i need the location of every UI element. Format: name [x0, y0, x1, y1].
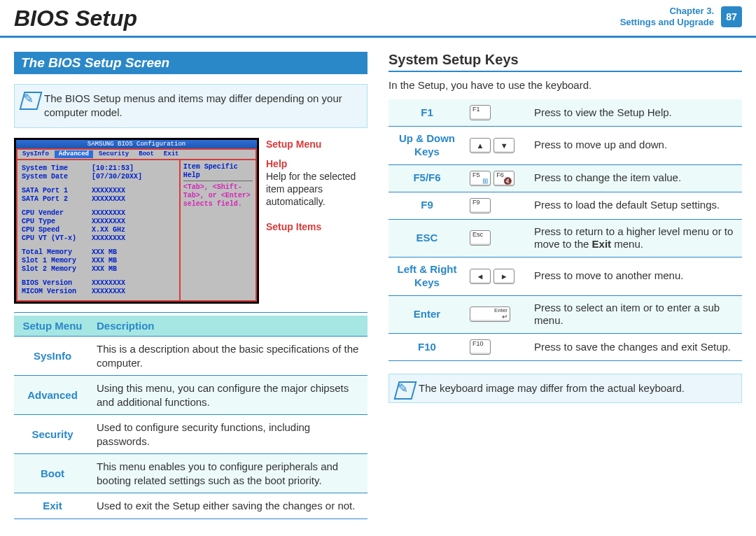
callout-setup-items: Setup Items [266, 221, 321, 232]
table-row: EnterEnter↵Press to select an item or to… [388, 295, 742, 334]
bios-titlebar: SAMSUNG BIOS Configuration [16, 140, 257, 149]
menu-name: Exit [14, 493, 91, 519]
key-icon-cell: Enter↵ [465, 295, 530, 334]
table-row: Up & DownKeys▲ ▼Press to move up and dow… [388, 127, 742, 165]
key-icon-cell: Esc [465, 219, 530, 258]
menu-name: Boot [14, 454, 91, 493]
bios-tab: Boot [134, 150, 158, 158]
bios-tab: SysInfo [18, 150, 53, 158]
bios-row: System Time[10:21:53] [22, 164, 175, 173]
keycap-icon: F1 [470, 105, 491, 120]
key-name: F5/F6 [388, 164, 465, 192]
chapter-line-1: Chapter 3. [620, 6, 714, 17]
menu-description: Used to exit the Setup either saving the… [91, 493, 368, 519]
key-name: F1 [388, 99, 465, 127]
info-note-text: The BIOS Setup menus and items may diffe… [44, 92, 342, 118]
keycap-icon: F9 [470, 198, 491, 213]
bios-row: CPU VT (VT-x)XXXXXXXX [22, 234, 175, 243]
keycap-icon: F6🔇 [493, 171, 514, 186]
bios-help-header: Item Specific Help [183, 163, 253, 181]
bios-tab: Security [94, 150, 133, 158]
keycap-icon: ▲ [470, 138, 491, 153]
bios-callouts: Setup Menu Help Help for the selected it… [266, 138, 368, 304]
table-row: F10F10Press to save the changes and exit… [388, 334, 742, 361]
callout-help-desc: Help for the selected item appears autom… [266, 170, 368, 209]
keycap-icon: ◄ [470, 269, 491, 284]
setup-menu-table: Setup Menu Description SysInfoThis is a … [14, 316, 368, 519]
chapter-label: Chapter 3. Settings and Upgrade [620, 6, 714, 27]
bios-window: SAMSUNG BIOS Configuration SysInfoAdvanc… [14, 138, 259, 304]
bios-screenshot-area: SAMSUNG BIOS Configuration SysInfoAdvanc… [14, 138, 368, 304]
page-number-badge: 87 [721, 6, 742, 27]
menu-name: Advanced [14, 376, 91, 415]
keyboard-note: The keyboard image may differ from the a… [388, 374, 742, 403]
page-title: BIOS Setup [14, 6, 137, 31]
key-name: ESC [388, 219, 465, 258]
keycap-icon: ► [493, 269, 514, 284]
key-icon-cell: ◄ ► [465, 258, 530, 296]
table-row: ExitUsed to exit the Setup either saving… [14, 493, 368, 519]
menu-description: Using this menu, you can configure the m… [91, 376, 368, 415]
table-row: F5/F6F5⊞ F6🔇Press to change the item val… [388, 164, 742, 192]
col-description: Description [91, 316, 368, 337]
col-setup-menu: Setup Menu [14, 316, 91, 337]
keycap-icon: F10 [470, 339, 491, 355]
right-column: System Setup Keys In the Setup, you have… [388, 52, 742, 519]
key-name: Enter [388, 295, 465, 334]
key-icon-cell: ▲ ▼ [465, 127, 530, 165]
bios-row: CPU SpeedX.XX GHz [22, 226, 175, 234]
key-description: Press to load the default Setup settings… [530, 192, 742, 219]
left-column: The BIOS Setup Screen The BIOS Setup men… [14, 52, 368, 519]
table-row: BootThis menu enables you to configure p… [14, 454, 368, 493]
keyboard-note-text: The keyboard image may differ from the a… [419, 382, 685, 394]
bios-row: CPU VenderXXXXXXXX [22, 209, 175, 218]
table-row: AdvancedUsing this menu, you can configu… [14, 376, 368, 415]
info-note: The BIOS Setup menus and items may diffe… [14, 84, 368, 128]
bios-tab: Advanced [55, 150, 93, 158]
table-row: Left & RightKeys◄ ►Press to move to anot… [388, 258, 742, 296]
key-name: F9 [388, 192, 465, 219]
keycap-icon: F5⊞ [470, 171, 491, 186]
key-icon-cell: F1 [465, 99, 530, 127]
table-row: F9F9Press to load the default Setup sett… [388, 192, 742, 219]
bios-items-panel: System Time[10:21:53]System Date[07/30/2… [16, 160, 181, 302]
key-icon-cell: F9 [465, 192, 530, 219]
keycap-icon: ▼ [493, 138, 514, 153]
table-row: F1F1Press to view the Setup Help. [388, 99, 742, 127]
page-header: BIOS Setup Chapter 3. Settings and Upgra… [0, 0, 756, 38]
menu-name: Security [14, 415, 91, 454]
bios-row: Slot 1 MemoryXXX MB [22, 257, 175, 265]
setup-keys-table: F1F1Press to view the Setup Help.Up & Do… [388, 99, 742, 361]
key-name: Up & DownKeys [388, 127, 465, 165]
bios-row: System Date[07/30/20XX] [22, 173, 175, 181]
menu-description: Used to configure security functions, in… [91, 415, 368, 454]
system-setup-keys-heading: System Setup Keys [388, 52, 742, 72]
key-description: Press to view the Setup Help. [530, 99, 742, 127]
table-row: SysInfoThis is a description about the b… [14, 337, 368, 376]
key-description: Press to save the changes and exit Setup… [530, 334, 742, 361]
header-right: Chapter 3. Settings and Upgrade 87 [620, 6, 742, 27]
key-description: Press to move to another menu. [530, 258, 742, 296]
keycap-icon: Enter↵ [470, 306, 510, 322]
menu-description: This menu enables you to configure perip… [91, 454, 368, 493]
bios-tabs: SysInfoAdvancedSecurityBootExit [16, 148, 257, 160]
key-name: Left & RightKeys [388, 258, 465, 296]
bios-row: CPU TypeXXXXXXXX [22, 218, 175, 226]
bios-help-panel: Item Specific Help <Tab>, <Shift-Tab>, o… [181, 160, 257, 302]
table-row: ESCEscPress to return to a higher level … [388, 219, 742, 258]
key-icon-cell: F5⊞ F6🔇 [465, 164, 530, 192]
menu-name: SysInfo [14, 337, 91, 376]
chapter-line-2: Settings and Upgrade [620, 17, 714, 28]
divider [14, 312, 368, 313]
section-title-bar: The BIOS Setup Screen [14, 52, 368, 74]
key-name: F10 [388, 334, 465, 361]
callout-help: Help [266, 158, 287, 169]
key-icon-cell: F10 [465, 334, 530, 361]
key-description: Press to return to a higher level menu o… [530, 219, 742, 258]
callout-setup-menu: Setup Menu [266, 139, 321, 150]
bios-row: SATA Port 1XXXXXXXX [22, 187, 175, 195]
key-description: Press to move up and down. [530, 127, 742, 165]
bios-tab: Exit [160, 150, 183, 158]
bios-help-body: <Tab>, <Shift-Tab>, or <Enter> selects f… [183, 183, 253, 209]
bios-row: MICOM VersionXXXXXXXX [22, 288, 175, 296]
